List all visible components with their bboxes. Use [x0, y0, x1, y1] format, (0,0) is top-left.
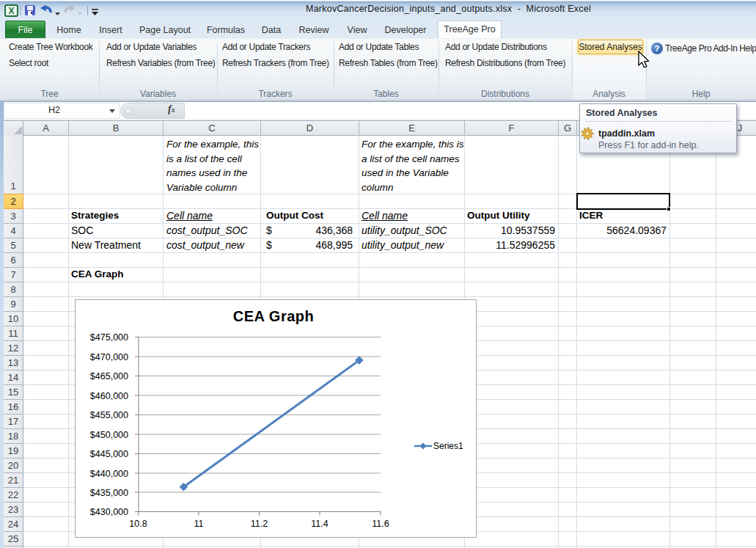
- svg-text:10.8: 10.8: [129, 519, 147, 529]
- svg-text:$475,000: $475,000: [90, 332, 128, 343]
- svg-text:X: X: [8, 6, 14, 16]
- svg-text:$445,000: $445,000: [90, 449, 128, 459]
- svg-text:$460,000: $460,000: [90, 391, 128, 401]
- svg-text:11.6: 11.6: [372, 519, 389, 529]
- svg-text:11: 11: [194, 519, 204, 529]
- svg-text:CEA Graph: CEA Graph: [233, 308, 314, 324]
- svg-text:$465,000: $465,000: [90, 371, 128, 381]
- svg-text:$440,000: $440,000: [90, 469, 128, 479]
- svg-text:11.2: 11.2: [251, 519, 268, 529]
- svg-text:$470,000: $470,000: [90, 352, 128, 362]
- svg-text:Series1: Series1: [433, 441, 463, 451]
- svg-text:$435,000: $435,000: [90, 488, 128, 498]
- svg-text:$455,000: $455,000: [90, 410, 128, 420]
- svg-text:11.4: 11.4: [311, 519, 328, 529]
- svg-text:$430,000: $430,000: [90, 507, 128, 517]
- svg-text:$450,000: $450,000: [90, 430, 128, 440]
